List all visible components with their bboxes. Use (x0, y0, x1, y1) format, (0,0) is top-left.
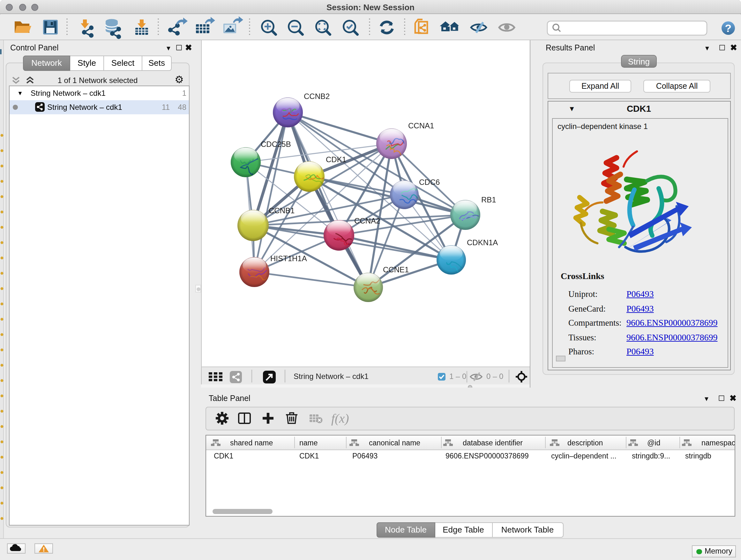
svg-text:1 – 0: 1 – 0 (449, 372, 466, 381)
svg-text:canonical name: canonical name (369, 439, 420, 447)
svg-text:HIST1H1A: HIST1H1A (270, 254, 307, 263)
svg-text:CDKN1A: CDKN1A (467, 238, 498, 247)
svg-text:CDK1: CDK1 (326, 155, 346, 164)
svg-text:String Network – cdk1: String Network – cdk1 (293, 372, 368, 381)
svg-text:CCNA1: CCNA1 (408, 121, 434, 130)
svg-text:namespace: namespace (701, 439, 735, 447)
svg-text:CCNA2: CCNA2 (354, 216, 380, 225)
svg-text:?: ? (725, 22, 732, 34)
svg-text:description: description (567, 439, 603, 447)
svg-text:RB1: RB1 (481, 195, 496, 204)
svg-text:CCNE1: CCNE1 (383, 265, 409, 274)
svg-text:@id: @id (647, 439, 660, 447)
svg-text:CDC6: CDC6 (419, 178, 440, 186)
svg-text:f(x): f(x) (331, 411, 349, 426)
svg-text:CCNB1: CCNB1 (269, 206, 294, 215)
svg-text:0 – 0: 0 – 0 (486, 372, 503, 381)
svg-text:shared name: shared name (230, 439, 273, 447)
svg-text:database identifier: database identifier (463, 439, 523, 447)
svg-text:CCNB2: CCNB2 (304, 92, 330, 101)
svg-text:name: name (299, 439, 318, 447)
svg-text:CDC25B: CDC25B (261, 140, 291, 148)
